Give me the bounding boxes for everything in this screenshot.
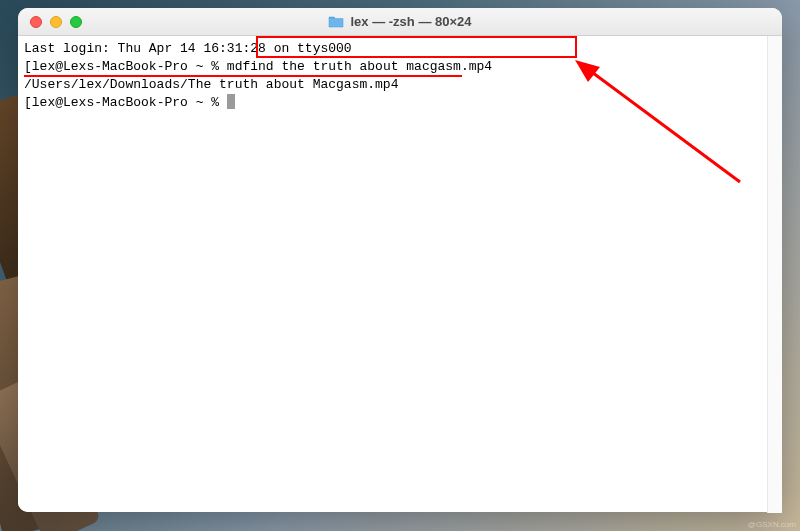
terminal-line-command: [lex@Lexs-MacBook-Pro ~ % mdfind the tru… <box>24 58 776 76</box>
close-button[interactable] <box>30 16 42 28</box>
window-title: lex — -zsh — 80×24 <box>350 14 471 29</box>
watermark: @GSXN.com <box>748 520 796 529</box>
terminal-window: lex — -zsh — 80×24 Last login: Thu Apr 1… <box>18 8 782 512</box>
prompt-bracket: [ <box>24 95 32 110</box>
scrollbar[interactable] <box>767 36 782 513</box>
prompt: lex@Lexs-MacBook-Pro ~ % <box>32 59 227 74</box>
cursor <box>227 94 235 109</box>
traffic-lights <box>18 16 82 28</box>
folder-icon <box>328 15 344 28</box>
prompt: lex@Lexs-MacBook-Pro ~ % <box>32 95 227 110</box>
terminal-line-prompt: [lex@Lexs-MacBook-Pro ~ % ] <box>24 94 776 112</box>
command-text: mdfind the truth about macgasm.mp4 <box>227 59 492 74</box>
titlebar: lex — -zsh — 80×24 <box>18 8 782 36</box>
prompt-bracket: [ <box>24 59 32 74</box>
terminal-line-output: /Users/lex/Downloads/The truth about Mac… <box>24 76 776 94</box>
window-title-area: lex — -zsh — 80×24 <box>328 14 471 29</box>
maximize-button[interactable] <box>70 16 82 28</box>
minimize-button[interactable] <box>50 16 62 28</box>
terminal-body[interactable]: Last login: Thu Apr 14 16:31:28 on ttys0… <box>18 36 782 512</box>
terminal-line-login: Last login: Thu Apr 14 16:31:28 on ttys0… <box>24 40 776 58</box>
